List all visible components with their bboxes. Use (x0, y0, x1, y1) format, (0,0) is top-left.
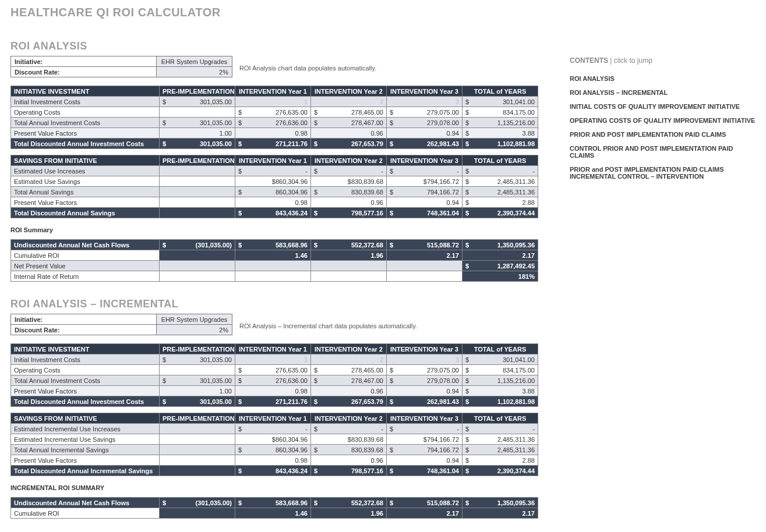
main-content: ROI ANALYSIS Initiative: EHR System Upgr… (10, 33, 546, 519)
investment-table-roi-inc: INITIATIVE INVESTMENTPRE-IMPLEMENTATIONI… (10, 343, 546, 407)
toc-item-0[interactable]: ROI ANALYSIS (570, 75, 756, 82)
row-label: Present Value Factors (11, 197, 160, 208)
table-row: Estimated Incremental Use Savings$860,30… (11, 434, 538, 445)
discount-value[interactable]: 2% (157, 67, 232, 77)
col-hdr-y2: INTERVENTION Year 2 (311, 86, 387, 97)
toc-item-3[interactable]: OPERATING COSTS OF QUALITY IMPROVEMENT I… (570, 117, 756, 124)
toc-item-1[interactable]: ROI ANALYSIS – INCREMENTAL (570, 89, 756, 96)
row-label: Undiscounted Annual Net Cash Flows (11, 498, 160, 508)
savings-table-roi: SAVINGS FROM INITIATIVEPRE-IMPLEMENTATIO… (10, 155, 546, 218)
toc-list: ROI ANALYSISROI ANALYSIS – INCREMENTALIN… (570, 75, 756, 180)
table-row: Undiscounted Annual Net Cash Flows$(301,… (11, 240, 538, 250)
row-label: Total Annual Savings (11, 187, 160, 197)
table-row: Present Value Factors1.000.980.960.94$3.… (11, 128, 538, 139)
table-row: Operating Costs$276,635.00$278,465.00$27… (11, 107, 538, 118)
section-title-roi-inc: ROI ANALYSIS – INCREMENTAL (10, 298, 546, 310)
table-row: Estimated Use Savings$860,304.96$830,839… (11, 176, 538, 187)
roi-summary-hdr: ROI Summary (10, 226, 546, 233)
toc-item-5[interactable]: CONTROL PRIOR AND POST IMPLEMENTATION PA… (570, 145, 756, 159)
col-hdr-pre: PRE-IMPLEMENTATION (160, 413, 235, 424)
col-hdr-pre: PRE-IMPLEMENTATION (160, 86, 235, 97)
page-title: HEALTHCARE QI ROI CALCULATOR (10, 6, 756, 19)
table-row: Total Discounted Annual Incremental Savi… (11, 466, 538, 476)
col-hdr-y1: INTERVENTION Year 1 (235, 413, 311, 424)
row-label: Estimated Use Savings (11, 176, 160, 187)
summary-table-roi: Undiscounted Annual Net Cash Flows$(301,… (10, 239, 546, 282)
discount-label: Discount Rate: (11, 67, 157, 77)
row-label: Present Value Factors (11, 128, 160, 139)
table-row: Total Discounted Annual Investment Costs… (11, 396, 538, 407)
row-label: Internal Rate of Return (11, 271, 160, 282)
discount-value-inc[interactable]: 2% (157, 325, 232, 335)
col-hdr-y2: INTERVENTION Year 2 (311, 344, 387, 354)
row-label: Net Present Value (11, 261, 160, 271)
row-label: Operating Costs (11, 107, 160, 118)
table-row: Present Value Factors0.980.960.94$2.88 (11, 455, 538, 466)
col-hdr-y3: INTERVENTION Year 3 (387, 413, 463, 424)
toc-item-6[interactable]: PRIOR and POST IMPLEMENTATION PAID CLAIM… (570, 166, 756, 180)
investment-table-roi: INITIATIVE INVESTMENTPRE-IMPLEMENTATIONI… (10, 86, 546, 149)
row-label: Undiscounted Annual Net Cash Flows (11, 240, 160, 250)
toc-header: CONTENTS | click to jump (570, 56, 756, 65)
col-hdr-y1: INTERVENTION Year 1 (235, 86, 311, 97)
col-hdr-tot: TOTAL of YEARS (463, 86, 538, 97)
table-row: Initial Investment Costs$301,035.00123$3… (11, 354, 538, 365)
col-hdr-y3: INTERVENTION Year 3 (387, 86, 463, 97)
initiative-label: Initiative: (11, 56, 157, 67)
row-label: Total Discounted Annual Investment Costs (11, 396, 160, 407)
row-label: Total Annual Incremental Savings (11, 445, 160, 455)
row-label: Present Value Factors (11, 386, 160, 396)
roi-inc-summary-hdr: INCREMENTAL ROI SUMMARY (10, 484, 546, 491)
row-label: Present Value Factors (11, 455, 160, 466)
col-hdr-pre: PRE-IMPLEMENTATION (160, 344, 235, 354)
roi-note: ROI Analysis chart data populates automa… (239, 65, 376, 72)
savings-table-roi-inc: SAVINGS FROM INITIATIVEPRE-IMPLEMENTATIO… (10, 413, 546, 476)
table-row: Net Present Value$1,287,492.45 (11, 261, 538, 271)
table-row: Internal Rate of Return181% (11, 271, 538, 282)
table-row: Cumulative ROI1.461.962.172.17 (11, 250, 538, 261)
row-label: Operating Costs (11, 365, 160, 375)
initiative-label-inc: Initiative: (11, 314, 157, 325)
col-hdr-y3: INTERVENTION Year 3 (387, 155, 463, 166)
table-row: Total Annual Investment Costs$301,035.00… (11, 118, 538, 128)
toc-sidebar: CONTENTS | click to jump ROI ANALYSISROI… (570, 33, 756, 187)
section-title-roi: ROI ANALYSIS (10, 40, 546, 52)
initiative-value[interactable]: EHR System Upgrades (157, 56, 232, 67)
row-label: Initial Investment Costs (11, 354, 160, 365)
row-label: Cumulative ROI (11, 508, 160, 519)
table-row: Estimated Use Increases$-$-$-$- (11, 166, 538, 176)
table-row: Cumulative ROI1.461.962.172.17 (11, 508, 538, 519)
toc-header-bold: CONTENTS (570, 56, 608, 65)
initiative-value-inc[interactable]: EHR System Upgrades (157, 314, 232, 325)
table-row: Present Value Factors1.000.980.960.94$3.… (11, 386, 538, 396)
row-label: Cumulative ROI (11, 250, 160, 261)
toc-header-rest: | click to jump (608, 56, 652, 65)
toc-item-4[interactable]: PRIOR AND POST IMPLEMENTATION PAID CLAIM… (570, 131, 756, 138)
row-label: Estimated Incremental Use Increases (11, 424, 160, 434)
col-hdr-y1: INTERVENTION Year 1 (235, 155, 311, 166)
summary-table-roi-inc: Undiscounted Annual Net Cash Flows$(301,… (10, 497, 546, 519)
table-row: Total Annual Investment Costs$301,035.00… (11, 375, 538, 386)
row-label: Initial Investment Costs (11, 97, 160, 107)
table-row: Total Annual Incremental Savings$860,304… (11, 445, 538, 455)
roi-inc-note: ROI Analysis – Incremental chart data po… (239, 322, 417, 329)
table-row: Total Annual Savings$860,304.96$830,839.… (11, 187, 538, 197)
col-hdr-label: INITIATIVE INVESTMENT (11, 344, 160, 354)
discount-label-inc: Discount Rate: (11, 325, 157, 335)
row-label: Total Discounted Annual Savings (11, 208, 160, 218)
row-label: Estimated Use Increases (11, 166, 160, 176)
col-hdr-tot: TOTAL of YEARS (463, 413, 538, 424)
table-row: Total Discounted Annual Investment Costs… (11, 139, 538, 149)
table-row: Estimated Incremental Use Increases$-$-$… (11, 424, 538, 434)
toc-item-2[interactable]: INITIAL COSTS OF QUALITY IMPROVEMENT INI… (570, 103, 756, 110)
table-row: Operating Costs$276,635.00$278,465.00$27… (11, 365, 538, 375)
col-hdr-y3: INTERVENTION Year 3 (387, 344, 463, 354)
table-row: Total Discounted Annual Savings$843,436.… (11, 208, 538, 218)
row-label: Total Discounted Annual Incremental Savi… (11, 466, 160, 476)
col-hdr-label: SAVINGS FROM INITIATIVE (11, 413, 160, 424)
col-hdr-y1: INTERVENTION Year 1 (235, 344, 311, 354)
col-hdr-tot: TOTAL of YEARS (463, 155, 538, 166)
meta-table-roi-inc: Initiative: EHR System Upgrades Discount… (10, 314, 232, 335)
table-row: Present Value Factors0.980.960.94$2.88 (11, 197, 538, 208)
table-row: Undiscounted Annual Net Cash Flows$(301,… (11, 498, 538, 508)
